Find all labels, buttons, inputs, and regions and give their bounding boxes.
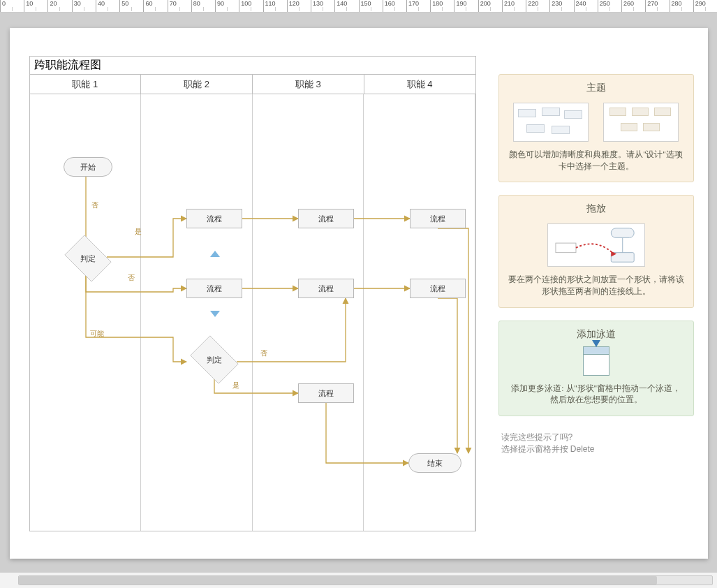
ruler-tick: 240	[574, 0, 586, 13]
autoconnect-down-icon[interactable]	[210, 311, 220, 317]
ruler-tick: 120	[287, 0, 300, 13]
label-no-1: 否	[91, 200, 98, 210]
process-r2-l4[interactable]: 流程	[410, 279, 466, 298]
ruler-tick: 80	[191, 0, 200, 13]
ruler-tick: 200	[478, 0, 491, 13]
ruler-tick: 270	[645, 0, 658, 13]
ruler-tick: 140	[334, 0, 347, 13]
ruler-tick: 210	[502, 0, 515, 13]
lane-header-4[interactable]: 职能 4	[364, 75, 475, 94]
lane-body: 开始 判定 流程 流程 流程 流程 流程	[30, 94, 475, 531]
ruler-tick: 250	[598, 0, 610, 13]
tips-footer: 读完这些提示了吗? 选择提示窗格并按 Delete	[498, 429, 694, 458]
decision-1[interactable]: 判定	[61, 239, 114, 278]
tip-lane-desc: 添加更多泳道: 从"形状"窗格中拖动一个泳道，然后放在您想要的位置。	[508, 383, 685, 406]
ruler-tick: 170	[406, 0, 419, 13]
lane-header-2[interactable]: 职能 2	[141, 75, 253, 94]
theme-thumb-2	[603, 103, 679, 142]
process-r2-l3[interactable]: 流程	[298, 279, 354, 298]
svg-rect-2	[555, 243, 575, 253]
arrow-down-icon	[592, 340, 600, 347]
drawing-page[interactable]: 跨职能流程图 职能 1 职能 2 职能 3 职能 4	[10, 28, 708, 559]
ruler-tick: 280	[670, 0, 682, 13]
ruler-tick: 90	[215, 0, 224, 13]
ruler-tick: 100	[239, 0, 251, 13]
tip-lane-title: 添加泳道	[508, 328, 685, 341]
ruler-tick: 130	[311, 0, 323, 13]
ruler-tick: 150	[359, 0, 371, 13]
ruler-tick: 70	[168, 0, 177, 13]
horizontal-ruler: 0102030405060708090100110120130140150160…	[0, 0, 717, 13]
drag-thumb	[547, 223, 645, 267]
horizontal-scrollbar[interactable]	[18, 575, 713, 585]
label-maybe: 可能	[90, 329, 104, 339]
tip-lane-card[interactable]: 添加泳道 添加更多泳道: 从"形状"窗格中拖动一个泳道，然后放在您想要的位置。	[498, 321, 694, 416]
lane-header-row: 职能 1 职能 2 职能 3 职能 4	[30, 75, 475, 94]
tips-panel[interactable]: 主题	[498, 74, 694, 458]
process-r1-l3[interactable]: 流程	[298, 209, 354, 228]
lane-thumb	[583, 346, 609, 376]
ruler-tick: 180	[430, 0, 443, 13]
ruler-tick: 230	[549, 0, 562, 13]
autoconnect-up-icon[interactable]	[210, 251, 220, 257]
label-no-3: 否	[260, 348, 267, 358]
lane-3[interactable]	[253, 94, 364, 531]
tips-footer-a: 选择提示窗格并按 Delete	[501, 443, 691, 455]
ruler-tick: 160	[383, 0, 395, 13]
ruler-tick: 0	[0, 0, 6, 13]
tip-drag-title: 拖放	[508, 203, 685, 215]
label-no-2: 否	[128, 273, 135, 283]
ruler-tick: 190	[454, 0, 466, 13]
swimlane-container[interactable]: 职能 1 职能 2 职能 3 职能 4	[29, 74, 476, 531]
ruler-tick: 20	[47, 0, 57, 13]
tip-drag-desc: 要在两个连接的形状之间放置一个形状，请将该形状拖至两者间的连接线上。	[508, 274, 685, 297]
ruler-tick: 10	[24, 0, 33, 13]
tip-drag-card[interactable]: 拖放 要在两个连接的形状之间放置一个形状，请将该形状拖至两者间的连接线上。	[498, 195, 694, 307]
lane-header-3[interactable]: 职能 3	[253, 75, 364, 94]
process-r4-l3[interactable]: 流程	[298, 383, 354, 403]
process-r1-l2[interactable]: 流程	[186, 209, 242, 228]
ruler-tick: 220	[526, 0, 538, 13]
ruler-tick: 110	[263, 0, 276, 13]
ruler-tick: 60	[143, 0, 152, 13]
lane-2[interactable]	[141, 94, 253, 531]
swimlane-title-text: 跨职能流程图	[34, 59, 101, 71]
label-yes-1: 是	[135, 227, 142, 237]
tip-theme-desc: 颜色可以增加清晰度和典雅度。请从"设计"选项卡中选择一个主题。	[508, 149, 685, 172]
end-terminator[interactable]: 结束	[408, 453, 461, 473]
ruler-tick: 40	[96, 0, 105, 13]
ruler-tick: 260	[621, 0, 634, 13]
tip-theme-title: 主题	[508, 82, 685, 94]
ruler-tick: 30	[72, 0, 81, 13]
ruler-tick: 290	[693, 0, 706, 13]
tips-footer-q: 读完这些提示了吗?	[501, 432, 691, 443]
process-r1-l4[interactable]: 流程	[410, 209, 466, 228]
tip-theme-card[interactable]: 主题	[498, 74, 694, 182]
svg-rect-0	[611, 228, 634, 238]
swimlane-title[interactable]: 跨职能流程图	[29, 56, 476, 74]
ruler-tick: 50	[119, 0, 128, 13]
canvas-area[interactable]: 跨职能流程图 职能 1 职能 2 职能 3 职能 4	[0, 13, 717, 573]
theme-thumb-1	[513, 103, 589, 142]
lane-header-1[interactable]: 职能 1	[30, 75, 142, 94]
process-r2-l2[interactable]: 流程	[186, 279, 242, 298]
decision-2[interactable]: 判定	[186, 340, 242, 379]
label-yes-2: 是	[232, 381, 239, 390]
start-terminator[interactable]: 开始	[64, 157, 112, 177]
